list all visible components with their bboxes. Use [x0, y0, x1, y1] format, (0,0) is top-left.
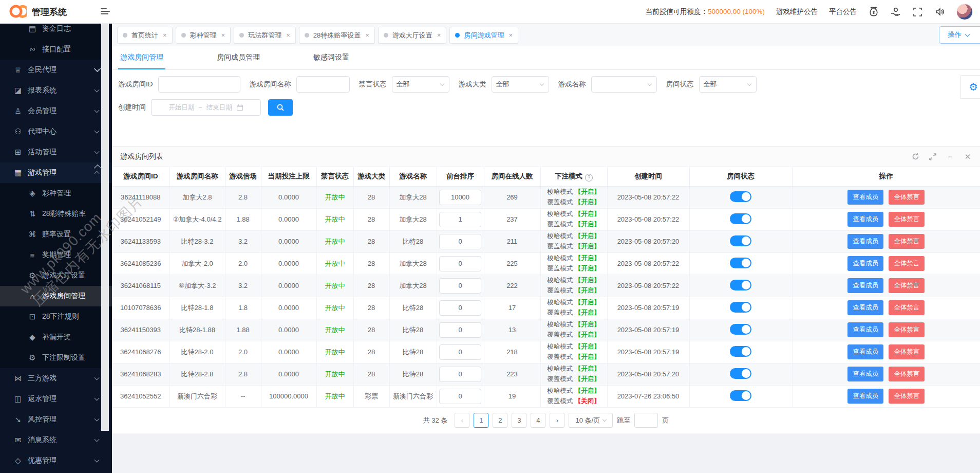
- column-settings-button[interactable]: ⚙: [960, 75, 980, 99]
- sidebar-item-代理中心[interactable]: ⚇代理中心: [0, 121, 112, 142]
- tab-玩法群管理[interactable]: 玩法群管理×: [234, 27, 296, 44]
- page-size-select[interactable]: 10 条/页: [569, 413, 613, 428]
- tab-close-icon[interactable]: ×: [221, 31, 225, 39]
- view-members-button[interactable]: 查看成员: [847, 344, 883, 359]
- subtab-房间成员管理[interactable]: 房间成员管理: [215, 46, 262, 69]
- room-status-toggle[interactable]: [730, 346, 751, 357]
- mute-all-button[interactable]: 全体禁言: [889, 278, 925, 293]
- tab-28特殊赔率设置[interactable]: 28特殊赔率设置×: [299, 27, 375, 44]
- mute-all-button[interactable]: 全体禁言: [889, 367, 925, 381]
- sort-order-input[interactable]: [439, 300, 481, 316]
- search-button[interactable]: [268, 99, 293, 116]
- sort-order-input[interactable]: [439, 234, 481, 249]
- mute-all-button[interactable]: 全体禁言: [889, 256, 925, 271]
- page-button-4[interactable]: 4: [531, 413, 545, 428]
- close-icon[interactable]: ✕: [964, 153, 972, 161]
- mute-all-button[interactable]: 全体禁言: [889, 190, 925, 205]
- mute-all-button[interactable]: 全体禁言: [889, 322, 925, 337]
- tab-close-icon[interactable]: ×: [508, 31, 513, 39]
- sort-order-input[interactable]: [439, 322, 481, 338]
- page-button-1[interactable]: 1: [474, 413, 488, 428]
- view-members-button[interactable]: 查看成员: [847, 322, 883, 337]
- sound-icon[interactable]: [934, 7, 945, 17]
- platform-notice-link[interactable]: 平台公告: [829, 7, 857, 16]
- sidebar-item-资金日志[interactable]: ▤资金日志: [0, 24, 112, 39]
- room-status-toggle[interactable]: [730, 324, 751, 335]
- jump-page-input[interactable]: [634, 413, 658, 428]
- sidebar-item-消息系统[interactable]: ✉消息系统: [0, 430, 112, 450]
- tab-游戏大厅设置[interactable]: 游戏大厅设置×: [378, 27, 447, 44]
- view-members-button[interactable]: 查看成员: [847, 212, 883, 227]
- mute-all-button[interactable]: 全体禁言: [889, 212, 925, 227]
- sort-order-input[interactable]: [439, 344, 481, 360]
- filter-input-游戏房间名称[interactable]: [296, 76, 350, 93]
- sidebar-item-活动管理[interactable]: ⊞活动管理: [0, 142, 112, 162]
- expand-icon[interactable]: [929, 153, 937, 161]
- sidebar-item-28下注规则[interactable]: ⊡28下注规则: [0, 306, 112, 327]
- tab-房间游戏管理[interactable]: 房间游戏管理×: [449, 27, 518, 44]
- sidebar-item-会员管理[interactable]: ♙会员管理: [0, 101, 112, 121]
- tab-close-icon[interactable]: ×: [437, 31, 441, 39]
- sidebar-scrollbar[interactable]: [101, 24, 109, 431]
- sidebar-item-游戏管理[interactable]: ▦游戏管理: [0, 162, 112, 183]
- sidebar-item-赔率设置[interactable]: ⌘赔率设置: [0, 224, 112, 245]
- moneybag-icon[interactable]: [868, 7, 879, 17]
- sort-order-input[interactable]: [439, 190, 481, 205]
- sort-order-input[interactable]: [439, 212, 481, 227]
- user-avatar[interactable]: [956, 4, 973, 20]
- hand-coin-icon[interactable]: [890, 7, 901, 17]
- sidebar-item-奖期管理[interactable]: ≡奖期管理: [0, 245, 112, 265]
- tab-close-icon[interactable]: ×: [286, 31, 290, 39]
- view-members-button[interactable]: 查看成员: [847, 367, 883, 381]
- mute-all-button[interactable]: 全体禁言: [889, 300, 925, 315]
- sidebar-item-报表系统[interactable]: ◪报表系统: [0, 80, 112, 101]
- filter-input-游戏房间ID[interactable]: [158, 76, 240, 93]
- page-button-2[interactable]: 2: [493, 413, 507, 428]
- fullscreen-icon[interactable]: [912, 7, 923, 17]
- tab-close-icon[interactable]: ×: [163, 31, 167, 39]
- date-range-input[interactable]: 开始日期~结束日期: [151, 99, 261, 116]
- view-members-button[interactable]: 查看成员: [847, 278, 883, 293]
- subtab-游戏房间管理[interactable]: 游戏房间管理: [118, 46, 165, 69]
- view-members-button[interactable]: 查看成员: [847, 190, 883, 205]
- prev-page-button[interactable]: ‹: [455, 413, 469, 428]
- sidebar-item-彩种管理[interactable]: ◈彩种管理: [0, 183, 112, 204]
- room-status-toggle[interactable]: [730, 213, 751, 224]
- sidebar-collapse-icon[interactable]: [101, 7, 111, 17]
- room-status-toggle[interactable]: [730, 302, 751, 313]
- sidebar-item-补漏开奖[interactable]: ◆补漏开奖: [0, 327, 112, 348]
- view-members-button[interactable]: 查看成员: [847, 300, 883, 315]
- subtab-敏感词设置[interactable]: 敏感词设置: [311, 46, 351, 69]
- sort-order-input[interactable]: [439, 389, 481, 404]
- tab-彩种管理[interactable]: 彩种管理×: [176, 27, 231, 44]
- minimize-icon[interactable]: −: [946, 153, 954, 161]
- sidebar-item-优惠管理[interactable]: ◇优惠管理: [0, 450, 112, 471]
- help-icon[interactable]: ?: [585, 174, 593, 181]
- filter-select-禁言状态[interactable]: 全部: [392, 76, 449, 93]
- filter-select-游戏大类[interactable]: 全部: [492, 76, 549, 93]
- refresh-icon[interactable]: [911, 153, 919, 161]
- tab-首页统计[interactable]: 首页统计×: [117, 27, 173, 44]
- sort-order-input[interactable]: [439, 367, 481, 382]
- room-status-toggle[interactable]: [730, 235, 751, 246]
- view-members-button[interactable]: 查看成员: [847, 234, 883, 249]
- mute-all-button[interactable]: 全体禁言: [889, 344, 925, 359]
- maintenance-notice-link[interactable]: 游戏维护公告: [776, 7, 818, 16]
- sort-order-input[interactable]: [439, 256, 481, 271]
- sidebar-item-风控管理[interactable]: ↘风控管理: [0, 409, 112, 430]
- sidebar-item-返水管理[interactable]: ◫返水管理: [0, 389, 112, 409]
- sidebar-item-接口配置[interactable]: ∾接口配置: [0, 39, 112, 60]
- operations-dropdown-button[interactable]: 操作: [939, 26, 980, 44]
- tab-close-icon[interactable]: ×: [365, 31, 369, 39]
- mute-all-button[interactable]: 全体禁言: [889, 234, 925, 249]
- room-status-toggle[interactable]: [730, 191, 751, 202]
- next-page-button[interactable]: ›: [550, 413, 564, 428]
- room-status-toggle[interactable]: [730, 258, 751, 268]
- room-status-toggle[interactable]: [730, 280, 751, 290]
- sidebar-item-28彩特殊赔率[interactable]: ⇅28彩特殊赔率: [0, 204, 112, 224]
- sidebar-item-游戏大厅设置[interactable]: ⚙游戏大厅设置: [0, 265, 112, 286]
- sidebar-item-三方游戏[interactable]: ⋈三方游戏: [0, 368, 112, 389]
- mute-all-button[interactable]: 全体禁言: [889, 389, 925, 404]
- room-status-toggle[interactable]: [730, 390, 751, 401]
- filter-select-房间状态[interactable]: 全部: [699, 76, 757, 93]
